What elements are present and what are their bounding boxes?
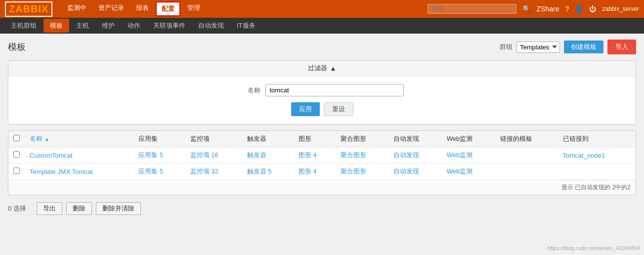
nav-item-config[interactable]: 配置: [156, 1, 180, 16]
row2-items-label: 监控项: [190, 168, 210, 175]
templates-table-wrapper: 名称 ▲ 应用集 监控项 触发器 图形 聚合图形 自动发现 Web监测 链接的模…: [8, 130, 636, 195]
row1-name-link[interactable]: CustomTomcat: [30, 152, 73, 159]
row2-graphs-link[interactable]: 图形 4: [299, 168, 317, 175]
page-content: 模板 群组 Templates 创建模板 导入 过滤器 ▲ 名称 应用 重设: [0, 34, 644, 223]
row1-screens-cell: 聚合图形: [336, 147, 388, 164]
filter-actions: 应用 重设: [291, 102, 353, 116]
row2-triggers-cell: 触发器 5: [242, 164, 294, 180]
row1-apps-count: 5: [160, 151, 163, 159]
row1-items-count: 16: [211, 151, 218, 159]
row2-apps-link[interactable]: 应用集 5: [138, 168, 163, 175]
import-button[interactable]: 导入: [607, 40, 636, 54]
row1-items-label: 监控项: [190, 151, 210, 159]
sec-nav-hostgroups[interactable]: 主机群组: [5, 19, 43, 32]
filter-name-input[interactable]: [265, 84, 404, 96]
row2-items-link[interactable]: 监控项 32: [190, 168, 218, 175]
logo-text: Z: [9, 3, 15, 14]
col-name[interactable]: 名称 ▲: [25, 131, 133, 147]
sec-nav-hosts[interactable]: 主机: [70, 19, 95, 32]
col-web: Web监测: [442, 131, 495, 147]
row2-items-cell: 监控项 32: [185, 164, 242, 180]
bottom-actions: 0 选择 导出 删除 删除并清除: [8, 200, 636, 217]
search-icon[interactable]: 🔍: [522, 5, 531, 13]
row1-web-link[interactable]: Web监测: [447, 151, 473, 159]
top-nav-right: 🔍 ZShare ? 👤 ⏻ zabbix_server: [428, 4, 639, 14]
row2-triggers-link[interactable]: 触发器 5: [247, 168, 272, 175]
row1-items-link[interactable]: 监控项 16: [190, 151, 218, 159]
row2-items-count: 32: [211, 168, 218, 175]
col-graphs: 图形: [294, 131, 336, 147]
sec-nav-correlation[interactable]: 关联项事件: [147, 19, 191, 32]
filter-header[interactable]: 过滤器 ▲: [8, 61, 636, 76]
row1-linked-to-link[interactable]: Tomcat_node1: [563, 152, 605, 159]
row1-discovery-cell: 自动发现: [388, 147, 441, 164]
page-title: 模板: [8, 41, 26, 53]
select-all-col: [8, 131, 25, 147]
sec-nav-itservices[interactable]: IT服务: [231, 19, 261, 32]
row1-web-cell: Web监测: [442, 147, 495, 164]
table-footer: 显示 已自动发现的 2中的2: [8, 180, 636, 195]
row2-discovery-link[interactable]: 自动发现: [393, 168, 419, 175]
nav-item-admin[interactable]: 管理: [182, 1, 205, 16]
row1-triggers-link[interactable]: 触发器: [247, 151, 266, 159]
table-row: Template JMX Tomcat 应用集 5 监控项 32: [8, 164, 636, 180]
row1-checkbox[interactable]: [13, 151, 20, 158]
row2-name-link[interactable]: Template JMX Tomcat: [30, 168, 93, 175]
sec-nav-maintenance[interactable]: 维护: [96, 19, 121, 32]
delete-clear-button[interactable]: 删除并清除: [96, 202, 141, 215]
row2-apps-count: 5: [160, 168, 163, 175]
col-screens: 聚合图形: [336, 131, 388, 147]
zabbix-logo[interactable]: ZABBIX: [5, 1, 52, 17]
row1-linked-to-cell: Tomcat_node1: [558, 147, 636, 164]
logout-icon[interactable]: ⏻: [589, 5, 596, 13]
group-select[interactable]: Templates: [516, 42, 560, 53]
share-label[interactable]: ZShare: [537, 5, 559, 13]
row1-apps-link[interactable]: 应用集 5: [138, 151, 163, 159]
col-linked-templates: 链接的模板: [495, 131, 558, 147]
row2-graphs-cell: 图形 4: [294, 164, 336, 180]
row1-graphs-link[interactable]: 图形 4: [299, 151, 317, 159]
row2-checkbox-cell: [8, 164, 25, 180]
delete-button[interactable]: 删除: [66, 202, 92, 215]
sec-nav-discovery[interactable]: 自动发现: [192, 19, 230, 32]
select-all-checkbox[interactable]: [13, 135, 20, 141]
filter-arrow-icon: ▲: [330, 65, 337, 72]
row2-screens-link[interactable]: 聚合图形: [341, 168, 366, 175]
nav-item-monitor[interactable]: 监测中: [62, 1, 91, 16]
global-search-input[interactable]: [428, 4, 516, 14]
row1-screens-link[interactable]: 聚合图形: [341, 151, 366, 159]
row1-checkbox-cell: [8, 147, 25, 164]
nav-item-reports[interactable]: 报表: [131, 1, 154, 16]
row2-checkbox[interactable]: [13, 168, 20, 174]
sec-nav-actions[interactable]: 动作: [122, 19, 146, 32]
col-items: 监控项: [185, 131, 242, 147]
logo-accent: ABBIX: [15, 3, 48, 14]
col-name-label: 名称: [30, 135, 43, 142]
row1-apps-label: 应用集: [138, 151, 158, 159]
filter-apply-button[interactable]: 应用: [291, 102, 320, 116]
row1-discovery-link[interactable]: 自动发现: [393, 151, 419, 159]
row1-graphs-count: 4: [313, 151, 317, 159]
filter-name-row: 名称: [241, 84, 404, 96]
row2-apps-label: 应用集: [138, 168, 158, 175]
row2-web-link[interactable]: Web监测: [447, 168, 473, 175]
user-icon[interactable]: 👤: [575, 5, 583, 13]
filter-reset-button[interactable]: 重设: [324, 102, 353, 116]
row2-linked-to-cell: [558, 164, 636, 180]
row2-linked-templates-cell: [495, 164, 558, 180]
help-icon[interactable]: ?: [565, 5, 569, 13]
top-navigation: ZABBIX 监测中 资产记录 报表 配置 管理 🔍 ZShare ? 👤 ⏻ …: [0, 0, 644, 18]
export-button[interactable]: 导出: [37, 202, 62, 215]
group-label: 群组: [500, 42, 513, 51]
filter-name-label: 名称: [241, 86, 260, 95]
username-label: zabbix_server: [602, 5, 639, 12]
row2-triggers-label: 触发器: [247, 168, 266, 175]
col-discovery: 自动发现: [388, 131, 441, 147]
nav-item-assets[interactable]: 资产记录: [93, 1, 129, 16]
filter-section: 过滤器 ▲ 名称 应用 重设: [8, 60, 636, 125]
table-row: CustomTomcat 应用集 5 监控项 16 触发器: [8, 147, 636, 164]
sec-nav-templates[interactable]: 模板: [43, 19, 69, 33]
create-template-button[interactable]: 创建模板: [564, 41, 603, 53]
row1-apps-cell: 应用集 5: [133, 147, 185, 164]
row2-graphs-label: 图形: [299, 168, 311, 175]
